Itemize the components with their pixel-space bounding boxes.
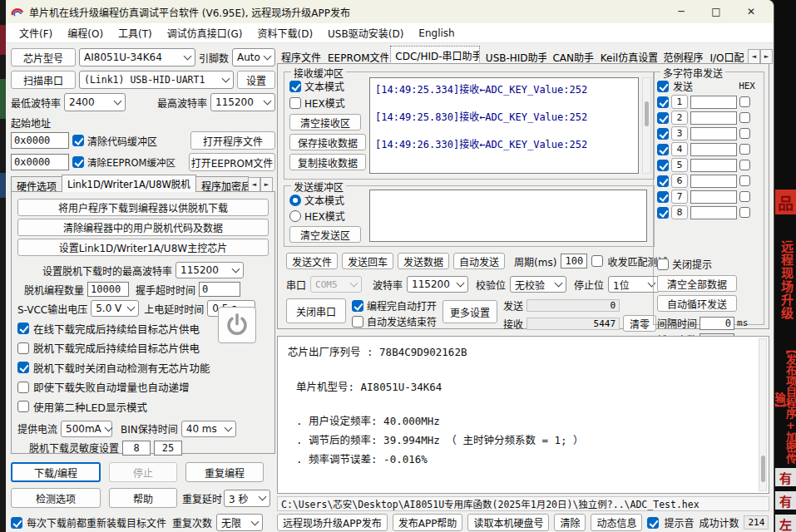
menu-english[interactable]: English — [412, 26, 461, 41]
send-textarea[interactable] — [369, 190, 647, 242]
tab-io-config[interactable]: I/O口配 — [705, 48, 745, 64]
maximize-button[interactable]: □ — [699, 1, 734, 22]
serial-port-select[interactable]: COM5 — [310, 276, 362, 293]
multistring-send-button[interactable]: 4 — [671, 142, 688, 156]
help-button[interactable]: 帮助 — [109, 488, 177, 508]
handshake-input[interactable] — [199, 282, 240, 297]
send-cr-button[interactable]: 发送回车 — [342, 253, 393, 269]
multistring-input[interactable] — [690, 111, 737, 125]
menu-file[interactable]: 文件(F) — [12, 24, 59, 42]
min-baud-select[interactable]: 2400 — [64, 93, 126, 111]
chip-model-button[interactable]: 芯片型号 — [11, 48, 76, 66]
clear-send-button[interactable]: 清空发送区 — [289, 226, 361, 243]
multistring-input[interactable] — [690, 206, 737, 219]
sensitivity-input-1[interactable] — [122, 441, 151, 456]
power-button[interactable] — [218, 307, 256, 343]
auto-terminator-checkbox[interactable] — [352, 316, 363, 328]
set-master-chip-button[interactable]: 设置Link1D/Writer1A/U8W主控芯片 — [17, 239, 269, 256]
receive-scrollbar-thumb[interactable] — [645, 101, 649, 126]
receive-scrollbar[interactable] — [642, 77, 651, 174]
multistring-enable-checkbox[interactable] — [657, 160, 669, 171]
offline-baud-select[interactable]: 115200 — [176, 262, 244, 278]
clear-all-data-button[interactable]: 清空全部数据 — [657, 275, 737, 292]
tab-scroll-right-icon[interactable]: ► — [760, 49, 773, 64]
menu-usb-driver[interactable]: USB驱动安装(D) — [321, 24, 410, 42]
auto-open-checkbox[interactable] — [352, 300, 363, 312]
repeat-program-button[interactable]: 重复编程 — [185, 462, 264, 482]
eeprom-address-input[interactable] — [11, 154, 69, 170]
multistring-send-button[interactable]: 2 — [671, 111, 688, 125]
tab-cdc-hid-serial-helper[interactable]: CDC/HID-串口助手 — [390, 46, 480, 64]
rx-hex-mode-checkbox[interactable] — [289, 97, 301, 109]
multistring-master-checkbox[interactable] — [657, 81, 669, 92]
supply-current-select[interactable]: 500mA — [61, 421, 112, 437]
clear-info-button[interactable]: 清除 — [554, 514, 586, 531]
multistring-input[interactable] — [690, 143, 737, 156]
send-file-button[interactable]: 发送文件 — [286, 253, 338, 269]
tab-program-encrypt[interactable]: 程序加密后 — [195, 176, 249, 192]
stopbit-select[interactable]: 1位 — [608, 276, 660, 293]
multistring-send-button[interactable]: 5 — [671, 158, 688, 172]
max-baud-select[interactable]: 115200 — [210, 93, 275, 111]
multistring-hex-checkbox[interactable] — [739, 112, 750, 123]
tab-offline-download[interactable]: Link1D/Writer1A/U8W脱机 — [62, 175, 196, 192]
scan-port-button[interactable]: 扫描串口 — [11, 71, 76, 89]
close-tip-checkbox[interactable] — [657, 259, 669, 270]
multistring-hex-checkbox[interactable] — [739, 144, 750, 155]
multistring-hex-checkbox[interactable] — [739, 160, 750, 170]
menu-tools[interactable]: 工具(T) — [111, 24, 159, 42]
tab-scroll-left-icon[interactable]: ◄ — [748, 49, 760, 64]
open-program-button[interactable]: 打开程序文件 — [190, 131, 275, 150]
multistring-send-button[interactable]: 8 — [671, 205, 688, 219]
multistring-enable-checkbox[interactable] — [657, 112, 669, 124]
multistring-hex-checkbox[interactable] — [739, 175, 750, 186]
repeat-count-select[interactable]: 无限 — [216, 514, 263, 531]
clear-count-button[interactable]: 清零 — [623, 315, 656, 332]
chip-model-select[interactable]: AI8051U-34K64 — [79, 48, 195, 66]
read-disk-id-button[interactable]: 读取本机硬盘号 — [467, 514, 549, 531]
receive-log[interactable]: [14:49:25.334]接收←ADC_KEY_Value:252 [14:4… — [369, 77, 639, 174]
clear-eeprom-checkbox[interactable] — [72, 156, 84, 168]
copy-receive-button[interactable]: 复制接收数据 — [289, 154, 366, 170]
multistring-hex-checkbox[interactable] — [739, 191, 750, 202]
tab-hardware-options[interactable]: 硬件选项 — [11, 176, 62, 192]
multistring-hex-checkbox[interactable] — [739, 128, 750, 139]
reload-before-download-checkbox[interactable] — [11, 517, 22, 529]
menu-debug-interface[interactable]: 调试仿真接口(G) — [161, 24, 250, 42]
menu-downloads[interactable]: 资料下载(D) — [250, 24, 319, 42]
multistring-hex-checkbox[interactable] — [739, 207, 750, 218]
remote-upgrade-app-button[interactable]: 远程现场升级APP发布 — [277, 514, 388, 531]
baud-select[interactable]: 115200 — [407, 276, 468, 293]
multistring-hex-checkbox[interactable] — [739, 96, 750, 107]
repeat-delay-select[interactable]: 3 秒 — [224, 490, 270, 507]
multistring-enable-checkbox[interactable] — [657, 191, 669, 203]
multistring-send-button[interactable]: 3 — [671, 126, 688, 140]
clear-receive-button[interactable]: 清空接收区 — [289, 114, 361, 131]
stop-button[interactable]: 停止 — [109, 462, 177, 482]
sensitivity-input-2[interactable] — [154, 441, 182, 456]
clear-code-checkbox[interactable] — [72, 135, 84, 146]
open-eeprom-button[interactable]: 打开EEPROM文件 — [189, 153, 275, 171]
increment-on-fail-checkbox[interactable] — [17, 382, 29, 393]
multistring-input[interactable] — [690, 175, 737, 188]
multistring-send-button[interactable]: 6 — [671, 174, 688, 188]
close-port-button[interactable]: 关闭串口 — [286, 298, 346, 323]
match-test-checkbox[interactable] — [591, 255, 603, 267]
offline-keep-power-checkbox[interactable] — [17, 342, 29, 354]
port-settings-button[interactable]: 设置 — [237, 71, 275, 89]
minimize-button[interactable]: ─ — [664, 1, 699, 22]
clear-programmer-button[interactable]: 清除编程器中的用户脱机代码及数据 — [17, 219, 269, 236]
second-led-mode-checkbox[interactable] — [17, 401, 29, 412]
pin-count-select[interactable]: Auto — [232, 48, 275, 66]
auto-loop-send-button[interactable]: 自动循环发送 — [657, 295, 737, 312]
download-to-programmer-button[interactable]: 将用户程序下载到编程器以供脱机下载 — [17, 199, 269, 216]
multistring-send-button[interactable]: 7 — [671, 190, 688, 204]
info-scrollbar-thumb[interactable] — [761, 456, 765, 482]
multistring-input[interactable] — [690, 96, 737, 109]
tab-scroll-right-icon[interactable]: ► — [260, 177, 273, 192]
code-address-input[interactable] — [11, 132, 69, 149]
download-program-button[interactable]: 下载/编程 — [11, 462, 101, 482]
app-help-button[interactable]: 发布APP帮助 — [393, 514, 463, 531]
tab-scroll-left-icon[interactable]: ◄ — [248, 177, 260, 192]
info-scrollbar[interactable] — [759, 338, 767, 491]
